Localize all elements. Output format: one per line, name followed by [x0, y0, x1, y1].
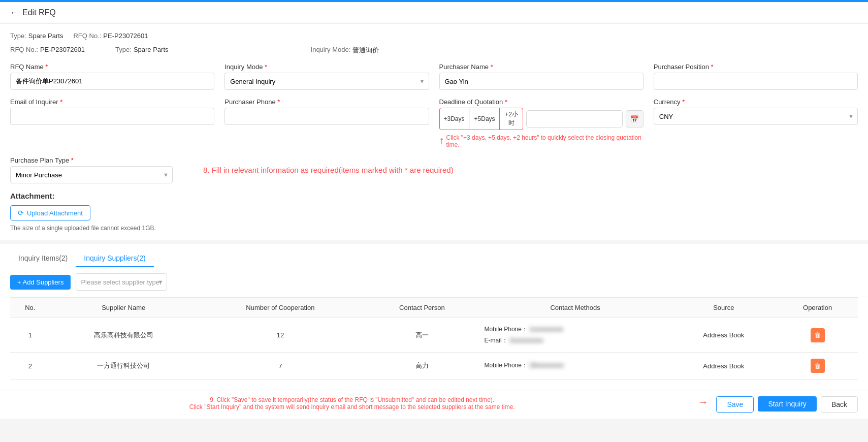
deadline-group: Deadline of Quotation * +3Days +5Days +2…	[439, 98, 644, 148]
purchase-plan-type-label: Purchase Plan Type *	[10, 156, 173, 164]
purchase-plan-type-select-wrapper: Minor Purchase ▼	[10, 166, 173, 183]
meta-rfqno-label: RFQ No.:	[73, 32, 101, 40]
currency-select-wrapper: CNY ▼	[654, 108, 858, 125]
page-title: Edit RFQ	[22, 8, 56, 17]
deadline-label: Deadline of Quotation *	[439, 98, 644, 106]
phone-input[interactable]	[224, 108, 429, 125]
tab-inquiry-items[interactable]: Inquiry Items(2)	[10, 250, 76, 267]
calendar-button[interactable]: 📅	[626, 110, 644, 128]
email-label: Email of Inquirer *	[10, 98, 214, 106]
purchaser-name-label: Purchaser Name *	[439, 63, 644, 71]
email-group: Email of Inquirer *	[10, 98, 214, 148]
meta-type: Type: Spare Parts	[10, 32, 63, 40]
suppliers-table: No. Supplier Name Number of Cooperation …	[10, 297, 858, 380]
row1-contact-methods: Mobile Phone： 1xxxxxxxxxx E-mail： 2xxxxx…	[480, 318, 670, 353]
inquiry-mode-label: Inquiry Mode:	[311, 46, 351, 55]
rfqno-label: RFQ No.:	[10, 46, 38, 55]
inquiry-mode-group: Inquiry Mode * General Inquiry ▼	[224, 63, 429, 90]
rfq-name-group: RFQ Name *	[10, 63, 214, 90]
deadline-wrapper: +3Days +5Days +2小时 📅	[439, 108, 644, 130]
row2-contact-info: Mobile Phone： 18xxxxxxxxx	[485, 360, 666, 371]
inquiry-mode-select-wrapper: General Inquiry ▼	[224, 73, 429, 90]
bottom-bar: 9. Click "Save" to save it temporarily(t…	[0, 390, 868, 419]
row1-no: 1	[10, 318, 50, 353]
currency-group: Currency * CNY ▼	[654, 98, 858, 148]
col-operation: Operation	[777, 298, 858, 318]
purchaser-position-label: Purchaser Position *	[654, 63, 858, 71]
type-value: Spare Parts	[134, 46, 169, 55]
quick-btn-3days[interactable]: +3Days	[440, 108, 469, 130]
deadline-input[interactable]	[526, 110, 623, 128]
row1-delete-button[interactable]: 🗑	[811, 328, 825, 342]
row2-delete-button[interactable]: 🗑	[811, 359, 825, 373]
row1-contact-person: 高一	[364, 318, 480, 353]
supplier-type-select[interactable]	[76, 273, 167, 291]
row1-mobile-value: 1xxxxxxxxxx	[529, 324, 563, 335]
row2-operation: 🗑	[777, 353, 858, 380]
meta-rfqno-value: PE-P23072601	[103, 32, 148, 40]
hint-arrow: ↑	[439, 135, 444, 146]
form-grid-2: Email of Inquirer * Purchaser Phone * De…	[10, 98, 858, 148]
inquiry-mode-select[interactable]: General Inquiry	[224, 73, 429, 90]
quick-btn-5days[interactable]: +5Days	[470, 108, 500, 130]
bottom-hint-line1: 9. Click "Save" to save it temporarily(t…	[10, 396, 694, 403]
save-button[interactable]: Save	[716, 396, 754, 413]
row1-supplier-name: 高乐高科技有限公司	[50, 318, 197, 353]
row1-mobile: Mobile Phone： 1xxxxxxxxxx	[485, 324, 666, 335]
purchaser-position-group: Purchaser Position *	[654, 63, 858, 90]
start-inquiry-button[interactable]: Start Inquiry	[758, 396, 816, 412]
currency-label: Currency *	[654, 98, 858, 106]
type-item: Type: Spare Parts	[115, 46, 168, 55]
file-size-hint: The size of a single uploaded file canno…	[10, 225, 858, 232]
purchase-plan-type-group: Purchase Plan Type * Minor Purchase ▼	[10, 156, 173, 183]
purchaser-position-input[interactable]	[654, 73, 858, 90]
second-meta-row: RFQ No.: PE-P23072601 Type: Spare Parts …	[10, 46, 858, 55]
purchaser-name-input[interactable]	[439, 73, 644, 90]
row2-mobile: Mobile Phone： 18xxxxxxxxx	[485, 360, 666, 371]
bottom-hint: 9. Click "Save" to save it temporarily(t…	[10, 396, 694, 411]
col-supplier-name: Supplier Name	[50, 298, 197, 318]
tab-inquiry-suppliers[interactable]: Inquiry Suppliers(2)	[76, 250, 153, 267]
form-section: Type: Spare Parts RFQ No.: PE-P23072601 …	[0, 24, 868, 240]
phone-label: Purchaser Phone *	[224, 98, 429, 106]
instruction-area: 8. Fill in relevant information as requi…	[183, 156, 858, 183]
tabs-section: Inquiry Items(2) Inquiry Suppliers(2)	[0, 244, 868, 267]
supplier-type-select-wrapper: Please select supplier type. ▼	[76, 273, 167, 291]
row1-operation: 🗑	[777, 318, 858, 353]
email-input[interactable]	[10, 108, 214, 125]
rfq-name-input[interactable]	[10, 73, 214, 90]
phone-group: Purchaser Phone *	[224, 98, 429, 148]
upload-attachment-button[interactable]: ⟳ Upload Attachment	[10, 205, 90, 220]
bottom-hint-line2: Click "Start Inquiry" and the system wil…	[10, 403, 694, 411]
upload-icon: ⟳	[18, 209, 24, 217]
table-row: 1 高乐高科技有限公司 12 高一 Mobile Phone： 1xxxxxxx…	[10, 318, 858, 353]
attachment-title: Attachment:	[10, 192, 858, 200]
quick-btn-2hours[interactable]: +2小时	[501, 108, 523, 130]
back-button-bottom[interactable]: Back	[821, 396, 858, 413]
toolbar: + Add Suppliers Please select supplier t…	[0, 267, 868, 297]
table-header-row: No. Supplier Name Number of Cooperation …	[10, 298, 858, 318]
row2-contact-methods: Mobile Phone： 18xxxxxxxxx	[480, 353, 670, 380]
row2-no: 2	[10, 353, 50, 380]
meta-type-value: Spare Parts	[28, 32, 63, 40]
purchase-plan-type-select[interactable]: Minor Purchase	[10, 166, 173, 183]
quick-btns: +3Days +5Days +2小时	[439, 108, 523, 130]
tabs: Inquiry Items(2) Inquiry Suppliers(2)	[10, 250, 858, 267]
row1-cooperation: 12	[197, 318, 364, 353]
back-button[interactable]: ←	[10, 8, 18, 17]
row2-cooperation: 7	[197, 353, 364, 380]
inquiry-mode-item: Inquiry Mode: 普通询价	[311, 46, 379, 55]
row2-source: Address Book	[670, 353, 778, 380]
col-contact-person: Contact Person	[364, 298, 480, 318]
currency-select[interactable]: CNY	[654, 108, 858, 125]
header: ← Edit RFQ	[0, 2, 868, 24]
add-suppliers-button[interactable]: + Add Suppliers	[10, 275, 71, 290]
meta-row: Type: Spare Parts RFQ No.: PE-P23072601	[10, 32, 858, 40]
attachment-section: Attachment: ⟳ Upload Attachment The size…	[10, 192, 858, 232]
col-cooperation: Number of Cooperation	[197, 298, 364, 318]
type-label: Type:	[115, 46, 132, 55]
col-contact-methods: Contact Methods	[480, 298, 670, 318]
table-section: No. Supplier Name Number of Cooperation …	[0, 297, 868, 390]
row2-contact-person: 高力	[364, 353, 480, 380]
table-row: 2 一方通行科技公司 7 高力 Mobile Phone： 18xxxxxxxx…	[10, 353, 858, 380]
